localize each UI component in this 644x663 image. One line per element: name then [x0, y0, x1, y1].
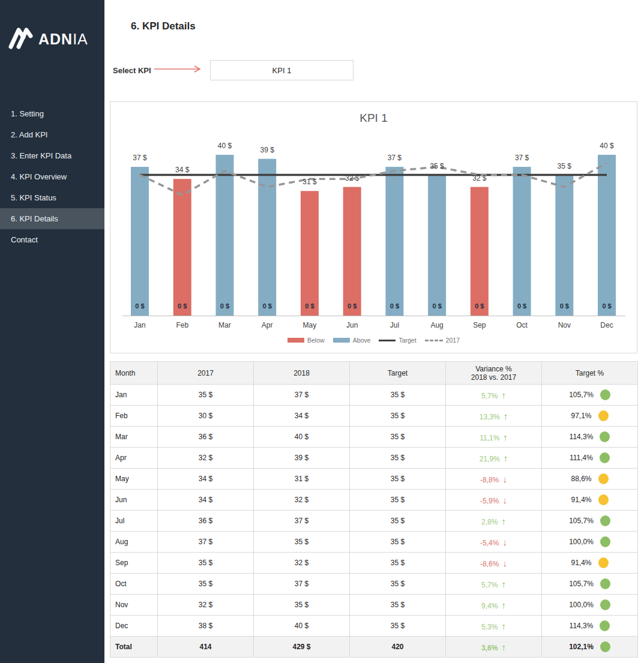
table-total-row: Total414429 $4203,6%↑102,1%	[110, 637, 638, 658]
cell-month: Oct	[110, 574, 158, 595]
trend-up-icon: ↑	[501, 621, 506, 631]
target-pct-value: 100,0%	[569, 601, 594, 609]
cell-month: May	[110, 469, 158, 490]
kpi-select-dropdown[interactable]: KPI 1	[210, 60, 354, 80]
variance-value: -8,8%↓	[480, 476, 507, 484]
bar-base-label: 0 $	[263, 302, 272, 310]
trend-up-icon: ↑	[501, 516, 506, 526]
x-tick-label: Feb	[176, 321, 188, 329]
bar-Jan	[131, 167, 149, 316]
trend-down-icon: ↓	[502, 537, 507, 547]
table-row: Dec38 $40 $35 $5,3%↑114,3%	[110, 616, 638, 637]
cell-target-pct: 111,4%	[542, 448, 638, 469]
bar-value-label: 39 $	[260, 146, 275, 154]
cell-month: Jan	[110, 385, 158, 406]
legend-swatch-solid-line-icon	[379, 340, 396, 341]
cell-target: 35 $	[350, 532, 446, 553]
table-body: Jan35 $37 $35 $5,7%↑105,7%Feb30 $34 $35 …	[110, 385, 638, 658]
target-pct-value: 100,0%	[569, 538, 594, 546]
cell-target-pct: 114,3%	[542, 616, 638, 637]
target-pct-value: 114,3%	[570, 433, 594, 441]
bar-value-label: 40 $	[218, 142, 232, 150]
adnia-logo-icon	[8, 26, 33, 52]
target-pct-value: 105,7%	[569, 517, 594, 525]
legend-swatch-bar-icon	[333, 338, 350, 343]
table-row: Apr32 $39 $35 $21,9%↑111,4%	[110, 448, 638, 469]
x-tick-label: May	[303, 321, 317, 329]
target-pct-value: 105,7%	[569, 580, 594, 588]
variance-value: 2,8%↑	[481, 518, 506, 526]
cell-2017: 34 $	[158, 490, 254, 511]
sidebar-item-add-kpi[interactable]: 2. Add KPI	[0, 124, 104, 145]
bar-Nov	[555, 175, 573, 316]
bar-base-label: 0 $	[178, 302, 187, 310]
cell-month: Jul	[110, 511, 158, 532]
cell-month: Aug	[110, 532, 158, 553]
cell-2017: 32 $	[158, 448, 254, 469]
target-pct-wrap: 91,4%	[571, 557, 608, 568]
legend-label: Below	[307, 337, 325, 344]
page-title: 6. KPI Details	[131, 20, 638, 32]
brand-name-light: IA	[73, 31, 88, 47]
bar-value-label: 40 $	[600, 142, 614, 150]
variance-value: 11,1%↑	[480, 434, 508, 442]
variance-value: 5,7%↑	[481, 581, 506, 589]
cell-2017: 38 $	[158, 616, 254, 637]
cell-variance: 5,7%↑	[446, 574, 542, 595]
cell-variance: 11,1%↑	[446, 427, 542, 448]
cell-2018: 32 $	[254, 553, 350, 574]
x-tick-label: Sep	[473, 321, 486, 329]
sidebar-item-enter-kpi-data[interactable]: 3. Enter KPI Data	[0, 145, 104, 166]
legend-label: Above	[353, 337, 371, 344]
cell-target-pct: 105,7%	[542, 385, 638, 406]
target-pct-value: 114,3%	[570, 622, 594, 630]
variance-value: -5,9%↓	[480, 497, 507, 505]
cell-variance: -8,6%↓	[446, 553, 542, 574]
cell-target-pct: 97,1%	[542, 406, 638, 427]
cell-target-pct: 105,7%	[542, 574, 638, 595]
sidebar-item-kpi-overview[interactable]: 4. KPI Overview	[0, 166, 104, 187]
variance-value: -8,6%↓	[480, 560, 507, 568]
cell-2017: 35 $	[158, 385, 254, 406]
x-tick-label: Oct	[516, 321, 528, 329]
legend-label: Target	[399, 337, 416, 344]
x-tick-label: Apr	[262, 321, 273, 329]
bar-base-label: 0 $	[517, 302, 526, 310]
bar-Feb	[173, 179, 191, 316]
variance-value: 21,9%↑	[480, 455, 508, 463]
sidebar-item-kpi-details[interactable]: 6. KPI Details	[0, 208, 104, 229]
cell-variance: 9,4%↑	[446, 595, 542, 616]
target-pct-value: 102,1%	[569, 643, 594, 651]
bar-base-label: 0 $	[348, 302, 357, 310]
cell-month: Feb	[110, 406, 158, 427]
cell-2017: 414	[158, 637, 254, 658]
brand-logo: ADNIA	[0, 0, 104, 60]
sidebar-item-setting[interactable]: 1. Setting	[0, 103, 104, 124]
x-tick-label: Nov	[558, 321, 571, 329]
table-row: Jan35 $37 $35 $5,7%↑105,7%	[110, 385, 638, 406]
cell-2017: 32 $	[158, 595, 254, 616]
cell-2017: 35 $	[158, 553, 254, 574]
variance-value: 13,3%↑	[480, 413, 508, 421]
bar-value-label: 32 $	[345, 174, 360, 182]
trend-up-icon: ↑	[501, 642, 506, 652]
status-yellow-icon	[598, 494, 609, 505]
trend-up-icon: ↑	[501, 579, 506, 589]
sidebar-item-kpi-status[interactable]: 5. KPI Status	[0, 187, 104, 208]
cell-2018: 40 $	[254, 427, 350, 448]
cell-2018: 32 $	[254, 490, 350, 511]
sidebar-item-contact[interactable]: Contact	[0, 229, 104, 250]
brand-name: ADNIA	[38, 31, 88, 48]
cell-target-pct: 100,0%	[542, 532, 638, 553]
kpi-selector-row: Select KPI KPI 1	[113, 60, 638, 80]
target-pct-wrap: 97,1%	[571, 410, 608, 421]
table-row: Jun34 $32 $35 $-5,9%↓91,4%	[110, 490, 638, 511]
bar-May	[301, 191, 319, 316]
table-row: Aug37 $35 $35 $-5,4%↓100,0%	[110, 532, 638, 553]
sidebar-nav: 1. Setting2. Add KPI3. Enter KPI Data4. …	[0, 103, 104, 250]
main-content: 6. KPI Details Select KPI KPI 1 KPI 1 37…	[104, 0, 644, 663]
trend-down-icon: ↓	[502, 495, 507, 505]
table-row: Nov32 $35 $35 $9,4%↑100,0%	[110, 595, 638, 616]
cell-variance: -5,9%↓	[446, 490, 542, 511]
status-yellow-icon	[598, 473, 609, 484]
